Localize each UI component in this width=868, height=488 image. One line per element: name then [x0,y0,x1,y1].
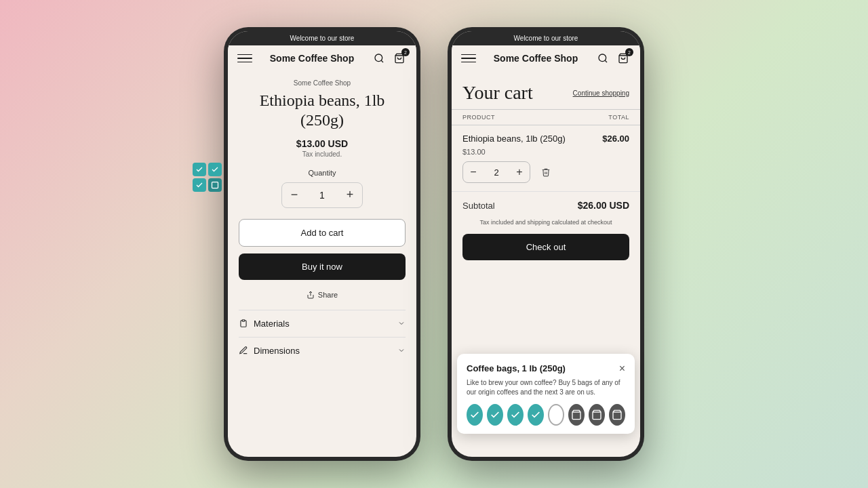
tooltip-icon-3 [507,404,524,426]
tooltip-icon-5 [548,404,564,426]
cart-title: Your cart [462,82,533,104]
menu-button-left[interactable] [237,51,252,66]
tooltip-icons [467,404,625,426]
menu-line [461,62,476,63]
cart-item-unit-price: $13.00 [462,148,629,156]
announcement-bar-left: Welcome to our store [228,31,416,45]
cart-quantity-control: − 2 + [462,161,530,183]
quantity-label: Quantity [239,169,406,177]
nav-bar-left: Some Coffee Shop 2 [228,45,416,71]
product-screen: Welcome to our store Some Coffee Shop [228,31,416,457]
side-icon-3 [193,178,206,192]
svg-rect-5 [212,182,218,188]
accordion-dimensions[interactable]: Dimensions [239,337,406,364]
checkout-button[interactable]: Check out [462,234,629,260]
quantity-decrease-button[interactable]: − [282,183,307,207]
menu-line [237,62,252,63]
menu-line [461,58,476,59]
cart-header: Your cart Continue shopping [452,71,640,109]
quantity-control: − 1 + [281,182,363,208]
tooltip-icon-7 [589,404,605,426]
quantity-value: 1 [307,190,338,201]
cart-item-row: Ethiopia beans, 1lb (250g) $26.00 $13.00… [452,125,640,192]
search-icon-left[interactable] [372,51,387,66]
quantity-increase-button[interactable]: + [338,183,362,207]
nav-icons-left: 2 [372,51,407,66]
subtotal-label: Subtotal [462,201,495,211]
continue-shopping-link[interactable]: Continue shopping [573,89,629,97]
svg-line-1 [381,60,383,62]
menu-line [237,58,252,59]
tooltip-icon-4 [528,404,544,426]
cart-screen: Welcome to our store Some Coffee Shop [452,31,640,457]
cart-item-actions: − 2 + [462,161,629,183]
cart-badge-left: 2 [401,48,410,56]
cart-quantity-value: 2 [484,167,509,178]
side-icons-panel [193,163,222,192]
pencil-icon [239,346,248,355]
product-title: Ethiopia beans, 1lb (250g) [239,91,406,130]
chevron-down-icon [397,346,406,354]
tooltip-icon-6 [568,404,585,426]
cart-item-total: $26.00 [602,134,629,144]
cart-icon-left[interactable]: 2 [392,51,407,66]
subtotal-amount: $26.00 USD [578,200,629,211]
tooltip-icon-8 [609,404,625,426]
left-phone: Welcome to our store Some Coffee Shop [224,27,420,461]
svg-point-6 [599,54,606,62]
nav-icons-right: 2 [595,51,631,66]
cart-icon-right[interactable]: 2 [616,51,631,66]
product-price: $13.00 USD [239,138,406,149]
svg-line-7 [605,60,607,62]
right-phone: Welcome to our store Some Coffee Shop [448,27,644,461]
cart-subtotal: Subtotal $26.00 USD [452,192,640,219]
brand-name-left: Some Coffee Shop [252,53,372,64]
svg-rect-4 [242,320,245,321]
cart-tax-note: Tax included and shipping calculated at … [452,219,640,231]
announcement-bar-right: Welcome to our store [452,31,640,45]
side-icon-4 [208,178,222,192]
brand-name-right: Some Coffee Shop [476,53,595,64]
side-icon-1 [193,163,206,176]
buy-now-button[interactable]: Buy it now [239,253,406,280]
add-to-cart-button[interactable]: Add to cart [239,219,406,247]
product-col-header: PRODUCT [462,114,495,121]
chevron-down-icon [397,319,406,327]
cart-quantity-decrease[interactable]: − [463,162,484,182]
cart-table-header: PRODUCT TOTAL [452,109,640,125]
clipboard-icon [239,319,248,328]
accordion-materials[interactable]: Materials [239,310,406,337]
tooltip-icon-2 [487,404,503,426]
product-content: Some Coffee Shop Ethiopia beans, 1lb (25… [228,71,416,457]
product-tax: Tax included. [239,150,406,158]
share-link[interactable]: Share [239,291,406,299]
nav-bar-right: Some Coffee Shop 2 [452,45,640,71]
tooltip-icon-1 [467,404,483,426]
total-col-header: TOTAL [608,114,629,121]
tooltip-close-button[interactable]: × [619,363,625,374]
menu-line [237,54,252,56]
product-brand: Some Coffee Shop [239,79,406,87]
cart-badge-right: 2 [625,48,633,56]
cart-item-name: Ethiopia beans, 1lb (250g) [462,134,566,144]
svg-point-0 [375,54,382,62]
tooltip-title: Coffee bags, 1 lb (250g) [467,363,566,373]
side-icon-2 [208,163,222,176]
menu-button-right[interactable] [461,51,476,66]
cart-delete-button[interactable] [536,162,556,182]
search-icon-right[interactable] [595,51,610,66]
tooltip-popup: Coffee bags, 1 lb (250g) × Like to brew … [457,354,635,434]
cart-quantity-increase[interactable]: + [509,162,530,182]
tooltip-description: Like to brew your own coffee? Buy 5 bags… [467,378,625,397]
menu-line [461,54,476,56]
